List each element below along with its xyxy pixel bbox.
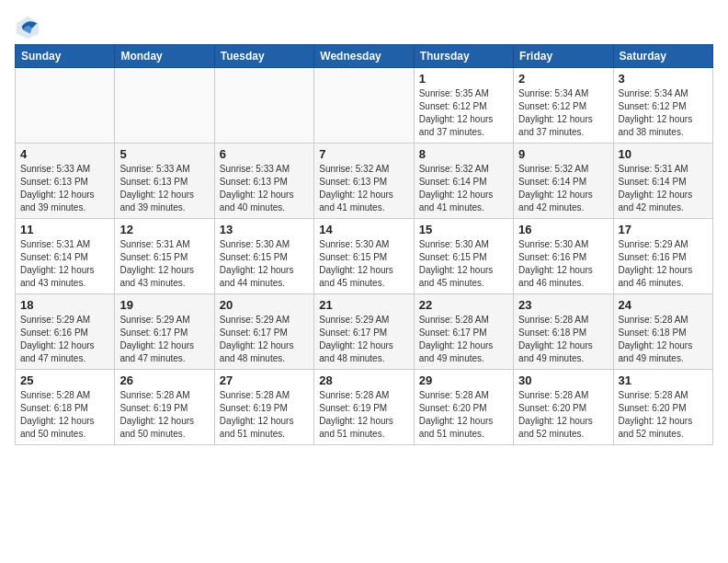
- day-info: Sunrise: 5:32 AM Sunset: 6:14 PM Dayligh…: [419, 163, 508, 214]
- calendar-cell: 22Sunrise: 5:28 AM Sunset: 6:17 PM Dayli…: [414, 294, 513, 370]
- day-info: Sunrise: 5:32 AM Sunset: 6:14 PM Dayligh…: [518, 163, 608, 214]
- column-header-monday: Monday: [115, 45, 214, 68]
- day-number: 20: [220, 298, 309, 312]
- calendar-cell: 25Sunrise: 5:28 AM Sunset: 6:18 PM Dayli…: [16, 370, 115, 445]
- calendar-cell: 2Sunrise: 5:34 AM Sunset: 6:12 PM Daylig…: [514, 68, 613, 144]
- day-number: 29: [419, 373, 508, 387]
- calendar-cell: 24Sunrise: 5:28 AM Sunset: 6:18 PM Dayli…: [613, 294, 712, 370]
- calendar-cell: [214, 68, 313, 144]
- day-info: Sunrise: 5:30 AM Sunset: 6:15 PM Dayligh…: [419, 238, 508, 290]
- calendar-cell: 1Sunrise: 5:35 AM Sunset: 6:12 PM Daylig…: [414, 68, 513, 144]
- day-number: 16: [518, 223, 608, 236]
- week-row-1: 1Sunrise: 5:35 AM Sunset: 6:12 PM Daylig…: [16, 68, 713, 144]
- day-info: Sunrise: 5:35 AM Sunset: 6:12 PM Dayligh…: [419, 87, 508, 139]
- day-info: Sunrise: 5:30 AM Sunset: 6:16 PM Dayligh…: [518, 238, 608, 290]
- day-info: Sunrise: 5:28 AM Sunset: 6:20 PM Dayligh…: [619, 389, 708, 441]
- day-number: 7: [319, 147, 408, 161]
- day-number: 31: [619, 373, 708, 387]
- calendar-cell: [16, 68, 115, 144]
- day-info: Sunrise: 5:34 AM Sunset: 6:12 PM Dayligh…: [518, 87, 608, 139]
- day-number: 22: [419, 298, 508, 312]
- calendar-cell: 12Sunrise: 5:31 AM Sunset: 6:15 PM Dayli…: [115, 219, 214, 294]
- column-header-thursday: Thursday: [414, 45, 513, 68]
- day-info: Sunrise: 5:31 AM Sunset: 6:14 PM Dayligh…: [20, 238, 109, 290]
- day-info: Sunrise: 5:29 AM Sunset: 6:17 PM Dayligh…: [220, 314, 309, 365]
- day-number: 9: [518, 147, 608, 161]
- calendar-cell: 3Sunrise: 5:34 AM Sunset: 6:12 PM Daylig…: [613, 68, 712, 144]
- day-info: Sunrise: 5:30 AM Sunset: 6:15 PM Dayligh…: [319, 238, 408, 290]
- day-number: 17: [619, 223, 708, 236]
- logo-icon: [15, 15, 40, 40]
- logo: [15, 15, 44, 40]
- day-info: Sunrise: 5:31 AM Sunset: 6:15 PM Dayligh…: [119, 238, 209, 290]
- day-number: 5: [119, 147, 209, 161]
- calendar-cell: [115, 68, 214, 144]
- calendar-cell: 4Sunrise: 5:33 AM Sunset: 6:13 PM Daylig…: [16, 144, 115, 219]
- day-number: 25: [20, 373, 109, 387]
- week-row-2: 4Sunrise: 5:33 AM Sunset: 6:13 PM Daylig…: [16, 144, 713, 219]
- day-number: 14: [319, 223, 408, 236]
- day-info: Sunrise: 5:28 AM Sunset: 6:18 PM Dayligh…: [619, 314, 708, 365]
- calendar-cell: 28Sunrise: 5:28 AM Sunset: 6:19 PM Dayli…: [314, 370, 414, 445]
- calendar-cell: 19Sunrise: 5:29 AM Sunset: 6:17 PM Dayli…: [115, 294, 214, 370]
- day-number: 19: [119, 298, 209, 312]
- day-number: 12: [119, 223, 209, 236]
- calendar-cell: 26Sunrise: 5:28 AM Sunset: 6:19 PM Dayli…: [115, 370, 214, 445]
- calendar-cell: 7Sunrise: 5:32 AM Sunset: 6:13 PM Daylig…: [314, 144, 414, 219]
- day-info: Sunrise: 5:28 AM Sunset: 6:20 PM Dayligh…: [419, 389, 508, 441]
- day-number: 4: [20, 147, 109, 161]
- day-number: 8: [419, 147, 508, 161]
- calendar-cell: 27Sunrise: 5:28 AM Sunset: 6:19 PM Dayli…: [214, 370, 313, 445]
- calendar-cell: 13Sunrise: 5:30 AM Sunset: 6:15 PM Dayli…: [214, 219, 313, 294]
- day-info: Sunrise: 5:28 AM Sunset: 6:19 PM Dayligh…: [220, 389, 309, 441]
- day-info: Sunrise: 5:28 AM Sunset: 6:17 PM Dayligh…: [419, 314, 508, 365]
- day-number: 15: [419, 223, 508, 236]
- column-header-sunday: Sunday: [16, 45, 115, 68]
- calendar-header-row: SundayMondayTuesdayWednesdayThursdayFrid…: [16, 45, 713, 68]
- day-info: Sunrise: 5:30 AM Sunset: 6:15 PM Dayligh…: [220, 238, 309, 290]
- calendar-cell: 30Sunrise: 5:28 AM Sunset: 6:20 PM Dayli…: [514, 370, 613, 445]
- day-info: Sunrise: 5:28 AM Sunset: 6:19 PM Dayligh…: [319, 389, 408, 441]
- day-info: Sunrise: 5:28 AM Sunset: 6:18 PM Dayligh…: [20, 389, 109, 441]
- day-info: Sunrise: 5:29 AM Sunset: 6:17 PM Dayligh…: [319, 314, 408, 365]
- calendar-cell: 18Sunrise: 5:29 AM Sunset: 6:16 PM Dayli…: [16, 294, 115, 370]
- column-header-friday: Friday: [514, 45, 613, 68]
- calendar-cell: 15Sunrise: 5:30 AM Sunset: 6:15 PM Dayli…: [414, 219, 513, 294]
- calendar-cell: 31Sunrise: 5:28 AM Sunset: 6:20 PM Dayli…: [613, 370, 712, 445]
- calendar-cell: 17Sunrise: 5:29 AM Sunset: 6:16 PM Dayli…: [613, 219, 712, 294]
- day-number: 26: [119, 373, 209, 387]
- calendar-cell: 29Sunrise: 5:28 AM Sunset: 6:20 PM Dayli…: [414, 370, 513, 445]
- column-header-saturday: Saturday: [613, 45, 712, 68]
- day-info: Sunrise: 5:29 AM Sunset: 6:17 PM Dayligh…: [119, 314, 209, 365]
- day-number: 30: [518, 373, 608, 387]
- day-number: 21: [319, 298, 408, 312]
- day-number: 23: [518, 298, 608, 312]
- day-info: Sunrise: 5:29 AM Sunset: 6:16 PM Dayligh…: [20, 314, 109, 365]
- calendar-cell: 21Sunrise: 5:29 AM Sunset: 6:17 PM Dayli…: [314, 294, 414, 370]
- day-info: Sunrise: 5:28 AM Sunset: 6:19 PM Dayligh…: [119, 389, 209, 441]
- day-info: Sunrise: 5:32 AM Sunset: 6:13 PM Dayligh…: [319, 163, 408, 214]
- calendar-cell: 6Sunrise: 5:33 AM Sunset: 6:13 PM Daylig…: [214, 144, 313, 219]
- day-info: Sunrise: 5:33 AM Sunset: 6:13 PM Dayligh…: [119, 163, 209, 214]
- day-number: 18: [20, 298, 109, 312]
- column-header-wednesday: Wednesday: [314, 45, 414, 68]
- column-header-tuesday: Tuesday: [214, 45, 313, 68]
- day-info: Sunrise: 5:31 AM Sunset: 6:14 PM Dayligh…: [619, 163, 708, 214]
- day-number: 27: [220, 373, 309, 387]
- calendar-cell: 16Sunrise: 5:30 AM Sunset: 6:16 PM Dayli…: [514, 219, 613, 294]
- day-info: Sunrise: 5:28 AM Sunset: 6:20 PM Dayligh…: [518, 389, 608, 441]
- day-info: Sunrise: 5:33 AM Sunset: 6:13 PM Dayligh…: [20, 163, 109, 214]
- day-number: 1: [419, 72, 508, 86]
- day-number: 28: [319, 373, 408, 387]
- week-row-5: 25Sunrise: 5:28 AM Sunset: 6:18 PM Dayli…: [16, 370, 713, 445]
- day-number: 6: [220, 147, 309, 161]
- calendar-cell: 20Sunrise: 5:29 AM Sunset: 6:17 PM Dayli…: [214, 294, 313, 370]
- calendar-cell: [314, 68, 414, 144]
- day-info: Sunrise: 5:29 AM Sunset: 6:16 PM Dayligh…: [619, 238, 708, 290]
- day-info: Sunrise: 5:28 AM Sunset: 6:18 PM Dayligh…: [518, 314, 608, 365]
- day-number: 11: [20, 223, 109, 236]
- day-info: Sunrise: 5:33 AM Sunset: 6:13 PM Dayligh…: [220, 163, 309, 214]
- calendar-cell: 5Sunrise: 5:33 AM Sunset: 6:13 PM Daylig…: [115, 144, 214, 219]
- day-number: 24: [619, 298, 708, 312]
- calendar-cell: 10Sunrise: 5:31 AM Sunset: 6:14 PM Dayli…: [613, 144, 712, 219]
